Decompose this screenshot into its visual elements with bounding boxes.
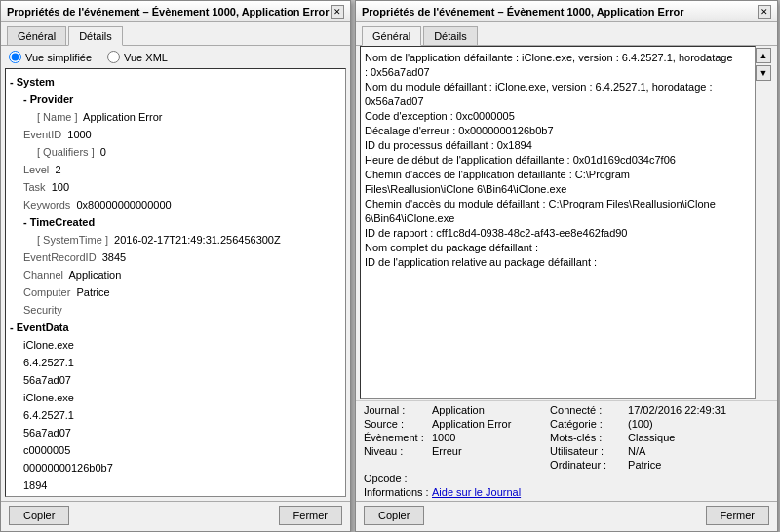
tab-general-left[interactable]: Général	[7, 26, 66, 45]
info-row: Informations : Aide sur le Journal	[362, 485, 771, 499]
tree-item: c0000005	[10, 441, 341, 459]
event-label: Évènement :	[362, 431, 430, 444]
right-window-title: Propriétés de l'événement – Évènement 10…	[362, 6, 684, 18]
tree-item: Level 2	[10, 161, 341, 178]
tree-item: EventRecordID 3845	[10, 248, 341, 266]
tree-item: [ SystemTime ] 2016-02-17T21:49:31.25645…	[10, 231, 341, 248]
tab-general-right[interactable]: Général	[362, 26, 421, 46]
tree-item: Task 100	[10, 178, 341, 196]
tree-item: Keywords 0x80000000000000	[10, 196, 341, 213]
right-bottom-bar: Copier Fermer	[356, 501, 777, 531]
connexion-label: Connecté :	[548, 403, 626, 417]
radio-xml-input[interactable]	[107, 51, 120, 63]
tab-details-left[interactable]: Détails	[68, 26, 123, 46]
info-table: Journal : Application Connecté : 17/02/2…	[362, 403, 771, 472]
radio-xml[interactable]: Vue XML	[107, 51, 168, 63]
detail-line: Décalage d'erreur : 0x0000000126b0b7	[365, 124, 735, 138]
detail-line: ID du processus défaillant : 0x1894	[365, 138, 735, 153]
source-label: Source :	[362, 417, 430, 431]
right-tabs: Général Détails	[356, 22, 777, 46]
connexion-value: 17/02/2016 22:49:31	[626, 403, 771, 417]
detail-line: Nom du module défaillant : iClone.exe, v…	[365, 80, 735, 109]
left-title-bar: Propriétés de l'événement – Évènement 10…	[1, 1, 350, 22]
tree-item: 6.4.2527.1	[10, 354, 341, 371]
tree-item: - System	[10, 73, 341, 91]
opcode-label: Opcode :	[364, 473, 432, 484]
user-value: N/A	[626, 444, 771, 458]
category-label: Catégorie :	[548, 417, 626, 431]
event-value: 1000	[430, 431, 548, 444]
tree-item: [ Name ] Application Error	[10, 108, 341, 126]
tree-item: 00000000126b0b7	[10, 459, 341, 476]
detail-line: Heure de début de l'application défailla…	[365, 153, 735, 168]
computer-label: Ordinateur :	[548, 458, 626, 472]
source-value: Application Error	[430, 417, 548, 431]
tree-item: [ Qualifiers ] 0	[10, 143, 341, 161]
detail-text-area[interactable]: Nom de l'application défaillante : iClon…	[360, 46, 756, 399]
detail-wrapper: Nom de l'application défaillante : iClon…	[360, 46, 773, 399]
detail-line: Code d'exception : 0xc0000005	[365, 109, 735, 124]
detail-line: ID de l'application relative au package …	[365, 255, 735, 270]
detail-line: Chemin d'accès de l'application défailla…	[365, 168, 735, 197]
detail-line: ID de rapport : cff1c8d4-0938-48c2-af43-…	[365, 226, 735, 241]
user-label: Utilisateur :	[548, 444, 626, 458]
tree-item: iClone.exe	[10, 336, 341, 354]
detail-line: Nom de l'application défaillante : iClon…	[365, 51, 735, 80]
level-label: Niveau :	[362, 444, 430, 458]
keywords-value: Classique	[626, 431, 771, 444]
keywords-label: Mots-clés :	[548, 431, 626, 444]
scroll-down-button[interactable]: ▼	[756, 65, 771, 81]
detail-line: Chemin d'accès du module défaillant : C:…	[365, 197, 735, 226]
scroll-buttons: ▲ ▼	[756, 46, 773, 399]
tab-details-right[interactable]: Détails	[423, 26, 478, 45]
tree-item: EventID 1000	[10, 126, 341, 143]
left-copy-button[interactable]: Copier	[9, 506, 69, 525]
scroll-up-button[interactable]: ▲	[756, 48, 771, 63]
info-section: Journal : Application Connecté : 17/02/2…	[356, 400, 777, 501]
tree-item: Channel Application	[10, 266, 341, 284]
tree-item: 01d169cd034c7f06	[10, 494, 341, 497]
tree-item: 56a7ad07	[10, 424, 341, 441]
tree-item: 1894	[10, 476, 341, 494]
journal-help-link[interactable]: Aide sur le Journal	[432, 486, 521, 498]
radio-simplified-label: Vue simplifiée	[25, 52, 92, 63]
left-close-btn[interactable]: Fermer	[279, 506, 342, 525]
computer-value: Patrice	[626, 458, 771, 472]
tree-scroll[interactable]: - System- Provider[ Name ] Application E…	[5, 68, 346, 497]
tree-item: - Provider	[10, 91, 341, 108]
left-close-button[interactable]: ✕	[331, 5, 344, 19]
info-row-label: Informations :	[364, 486, 432, 498]
left-content-area: - System- Provider[ Name ] Application E…	[1, 68, 350, 501]
left-window: Propriétés de l'événement – Évènement 10…	[0, 0, 351, 532]
tree-item: Computer Patrice	[10, 284, 341, 301]
right-close-btn[interactable]: Fermer	[706, 506, 769, 525]
right-title-bar: Propriétés de l'événement – Évènement 10…	[356, 1, 777, 22]
tree-item: Security	[10, 301, 341, 319]
journal-value: Application	[430, 403, 548, 417]
opcode-row: Opcode :	[362, 472, 771, 485]
detail-line: Nom complet du package défaillant :	[365, 241, 735, 255]
tree-item: iClone.exe	[10, 389, 341, 406]
category-value: (100)	[626, 417, 771, 431]
tree-item: - TimeCreated	[10, 213, 341, 231]
radio-row: Vue simplifiée Vue XML	[1, 46, 350, 68]
right-copy-button[interactable]: Copier	[364, 506, 424, 525]
right-close-button[interactable]: ✕	[758, 5, 771, 19]
tree-item: 6.4.2527.1	[10, 406, 341, 424]
radio-simplified-input[interactable]	[9, 51, 21, 63]
tree-item: - EventData	[10, 319, 341, 336]
level-value: Erreur	[430, 444, 548, 458]
radio-simplified[interactable]: Vue simplifiée	[9, 51, 92, 63]
journal-label: Journal :	[362, 403, 430, 417]
radio-xml-label: Vue XML	[124, 52, 168, 63]
tree-item: 56a7ad07	[10, 371, 341, 389]
left-bottom-bar: Copier Fermer	[1, 501, 350, 531]
left-window-title: Propriétés de l'événement – Évènement 10…	[7, 6, 330, 18]
right-window: Propriétés de l'événement – Évènement 10…	[355, 0, 778, 532]
left-tabs: Général Détails	[1, 22, 350, 46]
